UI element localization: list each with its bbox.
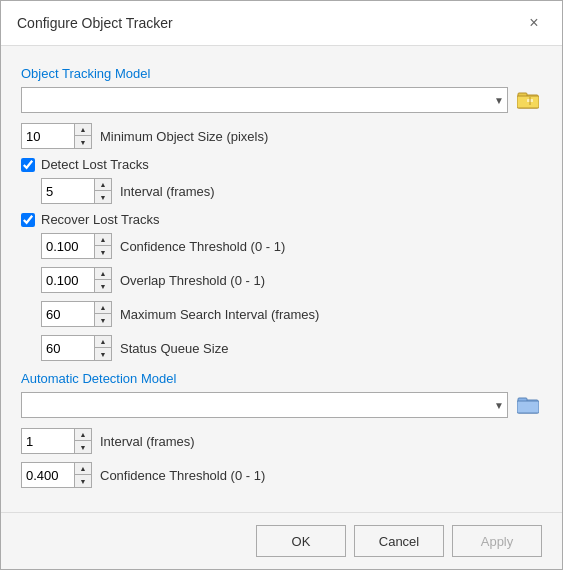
min-object-size-label: Minimum Object Size (pixels) — [100, 129, 268, 144]
status-queue-down[interactable]: ▼ — [95, 348, 111, 360]
status-queue-up[interactable]: ▲ — [95, 336, 111, 348]
auto-confidence-down[interactable]: ▼ — [75, 475, 91, 487]
detect-lost-tracks-row: Detect Lost Tracks — [21, 157, 542, 172]
tracking-model-dropdown-wrapper: ▼ — [21, 87, 508, 113]
tracking-model-folder-icon[interactable] — [514, 87, 542, 113]
status-queue-row: ▲ ▼ Status Queue Size — [21, 335, 542, 361]
status-queue-spinner-buttons: ▲ ▼ — [94, 336, 111, 360]
dialog-footer: OK Cancel Apply — [1, 512, 562, 569]
auto-interval-spinner-buttons: ▲ ▼ — [74, 429, 91, 453]
confidence-threshold-up[interactable]: ▲ — [95, 234, 111, 246]
auto-confidence-spinner: ▲ ▼ — [21, 462, 92, 488]
min-object-size-down[interactable]: ▼ — [75, 136, 91, 148]
confidence-threshold-row: ▲ ▼ Confidence Threshold (0 - 1) — [21, 233, 542, 259]
tracking-model-label: Object Tracking Model — [21, 66, 542, 81]
configure-object-tracker-dialog: Configure Object Tracker × Object Tracki… — [0, 0, 563, 570]
max-search-interval-spinner-buttons: ▲ ▼ — [94, 302, 111, 326]
recover-lost-tracks-checkbox[interactable] — [21, 213, 35, 227]
min-object-size-input[interactable] — [22, 124, 74, 148]
overlap-threshold-label: Overlap Threshold (0 - 1) — [120, 273, 265, 288]
auto-interval-label: Interval (frames) — [100, 434, 195, 449]
max-search-interval-up[interactable]: ▲ — [95, 302, 111, 314]
overlap-threshold-row: ▲ ▼ Overlap Threshold (0 - 1) — [21, 267, 542, 293]
auto-interval-down[interactable]: ▼ — [75, 441, 91, 453]
overlap-threshold-spinner: ▲ ▼ — [41, 267, 112, 293]
min-object-size-row: ▲ ▼ Minimum Object Size (pixels) — [21, 123, 542, 149]
detect-interval-input[interactable] — [42, 179, 94, 203]
tracking-model-row: ▼ — [21, 87, 542, 113]
auto-interval-input[interactable] — [22, 429, 74, 453]
detect-interval-row: ▲ ▼ Interval (frames) — [21, 178, 542, 204]
detect-lost-tracks-checkbox[interactable] — [21, 158, 35, 172]
auto-interval-spinner: ▲ ▼ — [21, 428, 92, 454]
overlap-threshold-input[interactable] — [42, 268, 94, 292]
max-search-interval-row: ▲ ▼ Maximum Search Interval (frames) — [21, 301, 542, 327]
status-queue-spinner: ▲ ▼ — [41, 335, 112, 361]
auto-confidence-label: Confidence Threshold (0 - 1) — [100, 468, 265, 483]
min-object-size-up[interactable]: ▲ — [75, 124, 91, 136]
auto-detection-row: ▼ — [21, 392, 542, 418]
auto-confidence-spinner-buttons: ▲ ▼ — [74, 463, 91, 487]
detect-interval-label: Interval (frames) — [120, 184, 215, 199]
auto-interval-row: ▲ ▼ Interval (frames) — [21, 428, 542, 454]
folder-svg — [517, 90, 539, 110]
min-object-size-spinner: ▲ ▼ — [21, 123, 92, 149]
auto-detection-dropdown-wrapper: ▼ — [21, 392, 508, 418]
auto-detection-label: Automatic Detection Model — [21, 371, 542, 386]
dialog-title: Configure Object Tracker — [17, 15, 173, 31]
auto-confidence-row: ▲ ▼ Confidence Threshold (0 - 1) — [21, 462, 542, 488]
status-queue-input[interactable] — [42, 336, 94, 360]
recover-lost-tracks-label: Recover Lost Tracks — [41, 212, 160, 227]
confidence-threshold-down[interactable]: ▼ — [95, 246, 111, 258]
detect-interval-spinner-buttons: ▲ ▼ — [94, 179, 111, 203]
svg-rect-7 — [517, 401, 539, 413]
auto-detection-folder-icon[interactable] — [514, 392, 542, 418]
close-button[interactable]: × — [522, 11, 546, 35]
overlap-threshold-up[interactable]: ▲ — [95, 268, 111, 280]
recover-lost-tracks-row: Recover Lost Tracks — [21, 212, 542, 227]
apply-button[interactable]: Apply — [452, 525, 542, 557]
overlap-threshold-down[interactable]: ▼ — [95, 280, 111, 292]
detect-interval-down[interactable]: ▼ — [95, 191, 111, 203]
auto-confidence-input[interactable] — [22, 463, 74, 487]
auto-confidence-up[interactable]: ▲ — [75, 463, 91, 475]
detect-interval-up[interactable]: ▲ — [95, 179, 111, 191]
overlap-threshold-spinner-buttons: ▲ ▼ — [94, 268, 111, 292]
max-search-interval-input[interactable] — [42, 302, 94, 326]
cancel-button[interactable]: Cancel — [354, 525, 444, 557]
confidence-threshold-spinner: ▲ ▼ — [41, 233, 112, 259]
max-search-interval-spinner: ▲ ▼ — [41, 301, 112, 327]
auto-interval-up[interactable]: ▲ — [75, 429, 91, 441]
auto-detection-dropdown[interactable] — [21, 392, 508, 418]
confidence-threshold-spinner-buttons: ▲ ▼ — [94, 234, 111, 258]
detect-lost-tracks-label: Detect Lost Tracks — [41, 157, 149, 172]
confidence-threshold-label: Confidence Threshold (0 - 1) — [120, 239, 285, 254]
dialog-content: Object Tracking Model ▼ — [1, 46, 562, 512]
title-bar: Configure Object Tracker × — [1, 1, 562, 46]
detect-interval-spinner: ▲ ▼ — [41, 178, 112, 204]
confidence-threshold-input[interactable] — [42, 234, 94, 258]
min-object-size-spinner-buttons: ▲ ▼ — [74, 124, 91, 148]
max-search-interval-down[interactable]: ▼ — [95, 314, 111, 326]
max-search-interval-label: Maximum Search Interval (frames) — [120, 307, 319, 322]
ok-button[interactable]: OK — [256, 525, 346, 557]
auto-folder-svg — [517, 395, 539, 415]
status-queue-label: Status Queue Size — [120, 341, 228, 356]
tracking-model-dropdown[interactable] — [21, 87, 508, 113]
